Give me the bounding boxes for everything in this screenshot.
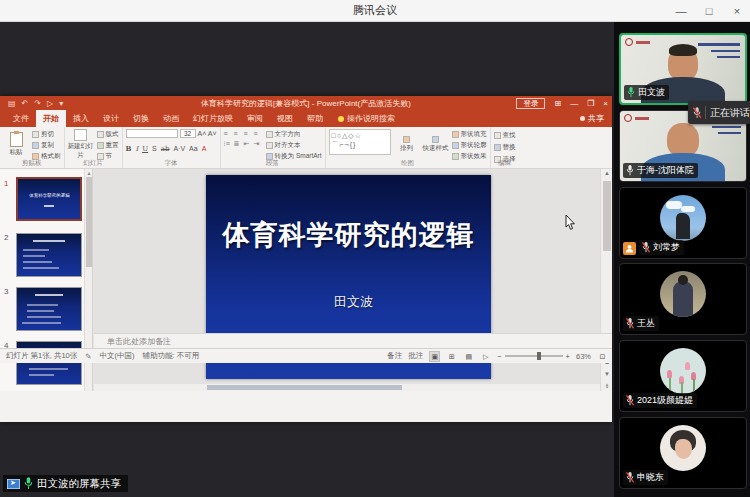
slide-thumbnail-3[interactable] xyxy=(16,287,82,331)
avatar xyxy=(660,271,706,317)
group-slides: 新建幻灯片 版式 重置 节 幻灯片 xyxy=(65,127,123,168)
minimize-icon[interactable]: — xyxy=(674,5,688,17)
undo-icon[interactable]: ↶ xyxy=(22,99,29,108)
share-button[interactable]: 共享 xyxy=(580,113,604,124)
spellcheck-icon[interactable]: ✎ xyxy=(85,352,91,361)
underline-icon: U xyxy=(142,145,148,153)
maximize-icon[interactable]: □ xyxy=(702,5,716,17)
copy-button[interactable]: 复制 xyxy=(32,141,61,150)
align-text-button[interactable]: 对齐文本 xyxy=(266,141,322,150)
font-size-combobox[interactable]: 32 xyxy=(180,129,196,138)
bold-icon: B xyxy=(126,144,132,153)
tab-slideshow[interactable]: 幻灯片放映 xyxy=(186,110,240,127)
notes-pane[interactable]: 单击此处添加备注 xyxy=(94,333,612,348)
participant-tile[interactable]: 2021级颜媞媞 xyxy=(619,340,747,412)
tab-view[interactable]: 视图 xyxy=(270,110,300,127)
numbering-icon: ≣ xyxy=(234,140,243,149)
ppt-minimize-icon[interactable]: — xyxy=(570,99,578,108)
tab-home[interactable]: 开始 xyxy=(36,110,66,127)
font-color-icon: A xyxy=(202,145,207,152)
tab-transitions[interactable]: 切换 xyxy=(126,110,156,127)
normal-view-icon[interactable]: ▣ xyxy=(429,351,440,362)
zoom-slider[interactable]: − + xyxy=(497,352,570,361)
qat-customize-icon[interactable]: ▾ xyxy=(59,99,63,108)
outdent-icon: ⇥ xyxy=(254,140,263,149)
login-button[interactable]: 登录 xyxy=(516,98,545,109)
paste-icon xyxy=(10,132,23,147)
layout-button[interactable]: 版式 xyxy=(97,130,119,139)
tab-insert[interactable]: 插入 xyxy=(66,110,96,127)
save-icon[interactable]: ▤ xyxy=(8,99,16,108)
slide-number: 3 xyxy=(4,287,14,296)
new-slide-button[interactable]: 新建幻灯片 xyxy=(68,129,94,160)
paste-button[interactable]: 粘贴 xyxy=(3,129,29,160)
mic-muted-icon xyxy=(626,472,634,483)
shape-fill-button[interactable]: 形状填充 xyxy=(452,130,487,139)
participant-tile[interactable]: 申晓东 xyxy=(619,417,747,489)
font-name-combobox[interactable] xyxy=(126,129,178,138)
ppt-status-bar: 幻灯片 第1张, 共10张 ✎ 中文(中国) 辅助功能: 不可用 备注 批注 ▣… xyxy=(0,348,612,363)
tab-animations[interactable]: 动画 xyxy=(156,110,186,127)
text-direction-button[interactable]: 文字方向 xyxy=(266,130,322,139)
close-icon[interactable]: × xyxy=(730,5,744,17)
participant-name-label: 于海-沈阳体院 xyxy=(623,163,698,178)
zoom-slider-thumb[interactable] xyxy=(537,352,541,360)
char-spacing-icon: A·V xyxy=(173,145,185,152)
quick-access-toolbar[interactable]: ▤ ↶ ↷ ▷ ▾ xyxy=(8,99,63,108)
reading-view-icon[interactable]: ▤ xyxy=(463,351,474,362)
redo-icon[interactable]: ↷ xyxy=(34,99,41,108)
slideshow-icon[interactable]: ▷ xyxy=(47,99,53,108)
comments-toggle-button[interactable]: 批注 xyxy=(408,351,423,361)
ppt-restore-icon[interactable]: ❐ xyxy=(587,99,594,108)
participant-tile[interactable]: 王丛 xyxy=(619,263,747,335)
screen-share-icon xyxy=(7,479,20,489)
avatar xyxy=(660,348,706,394)
tab-design[interactable]: 设计 xyxy=(96,110,126,127)
cut-button[interactable]: 剪切 xyxy=(32,130,61,139)
slide-sorter-view-icon[interactable]: ⊞ xyxy=(446,351,457,362)
mic-muted-icon xyxy=(693,106,701,120)
font-format-buttons[interactable]: BIU Sab A·VAa A xyxy=(126,144,217,153)
mouse-cursor xyxy=(565,215,576,231)
window-title: 腾讯会议 xyxy=(353,3,397,18)
slide-horizontal-scrollbar[interactable] xyxy=(94,384,600,391)
alignment-buttons[interactable]: ≡≡ ≡≡ ⁝≡≣ ⇤⇥ xyxy=(224,130,263,160)
mic-on-icon xyxy=(24,477,33,490)
person-icon xyxy=(580,116,585,121)
tab-review[interactable]: 审阅 xyxy=(240,110,270,127)
avatar xyxy=(660,195,706,241)
screen-share-stage: ▤ ↶ ↷ ▷ ▾ 体育科学研究的逻辑[兼容模式] - PowerPoint(产… xyxy=(0,22,614,497)
tab-file[interactable]: 文件 xyxy=(6,110,36,127)
slide-thumbnail-1[interactable]: 体育科学研究的逻辑 xyxy=(16,177,82,221)
quick-styles-icon xyxy=(432,136,439,143)
participant-face xyxy=(668,47,698,81)
slide-author: 田文波 xyxy=(334,293,373,311)
slideshow-view-icon[interactable]: ▷ xyxy=(480,351,491,362)
accessibility-status[interactable]: 辅助功能: 不可用 xyxy=(143,351,200,361)
ppt-close-icon[interactable]: × xyxy=(603,99,608,108)
language-status[interactable]: 中文(中国) xyxy=(100,351,135,361)
participant-tile[interactable]: 田文波 xyxy=(619,33,747,105)
shapes-gallery[interactable]: □○△◇☆⌒⌐¬{} xyxy=(329,129,391,155)
replace-icon xyxy=(494,144,501,151)
participant-name-label: 王丛 xyxy=(623,316,659,331)
mic-muted-icon xyxy=(642,242,650,253)
ribbon-tabs: 文件 开始 插入 设计 切换 动画 幻灯片放映 审阅 视图 帮助 操作说明搜索 … xyxy=(0,111,612,127)
quick-styles-button[interactable]: 快速样式 xyxy=(423,129,449,160)
notes-toggle-button[interactable]: 备注 xyxy=(387,351,402,361)
shape-outline-button[interactable]: 形状轮廓 xyxy=(452,141,487,150)
tell-me-search[interactable]: 操作说明搜索 xyxy=(338,113,395,127)
reset-button[interactable]: 重置 xyxy=(97,141,119,150)
bullets-icon: ⁝≡ xyxy=(224,140,233,149)
find-button[interactable]: 查找 xyxy=(494,131,516,140)
magnifier-icon xyxy=(494,132,501,139)
participant-tile[interactable]: 刘常梦 xyxy=(619,187,747,259)
tab-help[interactable]: 帮助 xyxy=(300,110,330,127)
replace-button[interactable]: 替换 xyxy=(494,143,516,152)
fit-to-window-icon[interactable]: ⊡ xyxy=(597,351,608,362)
arrange-button[interactable]: 排列 xyxy=(394,129,420,160)
speaking-toast-text: 正在讲话 xyxy=(710,106,750,120)
slide-thumbnail-2[interactable] xyxy=(16,233,82,277)
zoom-level[interactable]: 63% xyxy=(576,352,591,361)
ribbon-options-icon[interactable]: ⊞ xyxy=(554,99,561,108)
